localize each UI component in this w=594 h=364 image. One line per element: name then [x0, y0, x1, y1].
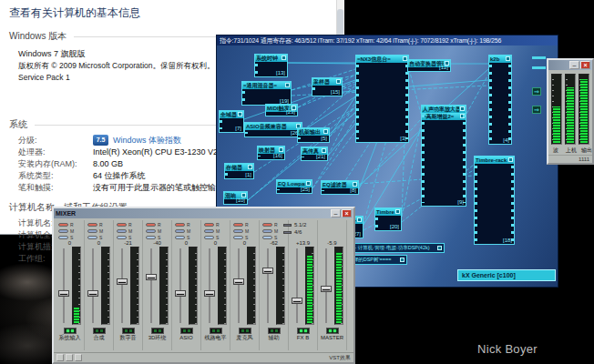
fader-handle[interactable] [175, 290, 186, 297]
close-icon[interactable]: × [342, 209, 352, 217]
dsp-node[interactable]: 系统时钟[13] [254, 54, 288, 77]
dsp-node[interactable]: 高传真[21] [301, 147, 328, 161]
record-button[interactable] [233, 223, 243, 227]
dsp-node[interactable]: Timbre[20] [374, 207, 402, 231]
dsp-node-titlebar[interactable]: k2b [489, 56, 511, 63]
dsp-node-minimize-icon[interactable] [248, 165, 252, 169]
dsp-node-minimize-icon[interactable] [506, 56, 510, 61]
dsp-node-titlebar[interactable]: Timbre [375, 208, 401, 216]
wei-link[interactable]: Windows 体验指数 [113, 135, 181, 147]
statusbar-button[interactable] [66, 354, 73, 361]
dsp-node[interactable]: 人声功率放大器=高斯增益2=[9] [421, 105, 466, 207]
fader-handle[interactable] [87, 290, 98, 297]
dsp-node-minimize-icon[interactable] [357, 217, 362, 222]
solo-button[interactable] [175, 236, 185, 239]
dsp-node[interactable]: MIDI触发器[23] [265, 104, 298, 116]
dsp-node-titlebar[interactable]: 存储器 [225, 164, 253, 171]
mute-button[interactable] [262, 229, 272, 233]
dsp-node-titlebar[interactable]: 全域器 [220, 111, 243, 118]
solo-button[interactable] [233, 236, 243, 239]
solo-button[interactable] [58, 236, 68, 239]
dsp-node-minimize-icon[interactable] [395, 209, 400, 214]
record-button[interactable] [204, 223, 214, 227]
mute-button[interactable] [233, 229, 243, 233]
fader-handle[interactable] [321, 286, 332, 292]
dsp-node-titlebar[interactable]: ASIO音频兼容器 [245, 123, 302, 130]
dsp-node[interactable]: Timbre-rack[18] [474, 156, 515, 245]
mute-button[interactable] [146, 229, 156, 233]
dsp-node-minimize-icon[interactable] [460, 106, 465, 111]
close-icon[interactable]: × [580, 61, 590, 69]
routing-arrow-icon[interactable]: ⇒ [532, 106, 541, 114]
mixer-titlebar[interactable]: MIXER – × [54, 208, 353, 218]
mute-button[interactable] [58, 229, 68, 233]
solo-button[interactable] [146, 236, 156, 239]
dsp-node-titlebar[interactable]: 采样器 [312, 78, 342, 86]
dsp-node-titlebar[interactable]: =NX3信息台= [356, 56, 408, 63]
dsp-node-titlebar[interactable]: Timbre-rack [475, 157, 514, 164]
dsp-node[interactable]: ASIO音频兼容器[26] [244, 122, 302, 137]
fader-track[interactable] [292, 247, 302, 325]
record-button[interactable] [175, 223, 185, 227]
fader-track[interactable] [87, 247, 98, 325]
dsp-node-minimize-icon[interactable] [285, 83, 290, 87]
dsp-node[interactable]: 采样器[15] [312, 77, 343, 96]
dsp-node-minimize-icon[interactable] [238, 112, 242, 116]
dsp-node-minimize-icon[interactable] [322, 148, 326, 153]
dsp-node-minimize-icon[interactable] [353, 182, 357, 187]
mute-button[interactable] [175, 229, 185, 233]
fader-track[interactable] [262, 247, 273, 325]
fader-track[interactable] [175, 247, 186, 325]
fader-handle[interactable] [292, 298, 302, 304]
statusbar-button[interactable] [75, 354, 82, 361]
dsp-node[interactable]: 存储器[1] [224, 163, 254, 179]
dsp-node-minimize-icon[interactable] [437, 246, 442, 250]
fader-track[interactable] [146, 247, 157, 325]
fader-handle[interactable] [117, 278, 128, 285]
minimized-module-icon[interactable] [532, 56, 546, 59]
record-button[interactable] [117, 223, 127, 227]
fader-track[interactable] [58, 247, 69, 325]
statusbar-button[interactable] [56, 354, 64, 361]
dsp-node[interactable]: 自动变换器管理[12] [407, 59, 451, 72]
fader-track[interactable] [233, 247, 244, 325]
dsp-node-minimize-icon[interactable] [306, 181, 311, 186]
fader-handle[interactable] [233, 278, 244, 285]
dsp-node-minimize-icon[interactable] [400, 258, 405, 262]
dsp-node[interactable]: EQ滤波器[8] [321, 180, 359, 195]
fader-track[interactable] [321, 247, 332, 325]
dsp-node-titlebar[interactable]: 系统时钟 [255, 55, 287, 62]
solo-button[interactable] [117, 236, 127, 239]
solo-button[interactable] [262, 236, 272, 239]
fader-track[interactable] [117, 247, 128, 325]
minimize-icon[interactable]: – [569, 61, 579, 69]
record-button[interactable] [58, 223, 68, 227]
fader-handle[interactable] [146, 274, 157, 280]
kx-generic-box[interactable]: kX Generic [c100] [457, 269, 556, 281]
dsp-node-minimize-icon[interactable] [323, 129, 328, 134]
dsp-node-minimize-icon[interactable] [282, 56, 286, 60]
dsp-node[interactable]: =NX3信息台=[3] [355, 55, 409, 143]
dsp-node[interactable]: 机架输出[5] [297, 127, 330, 143]
speaker-mode-option[interactable]: 5.1/2 [283, 221, 306, 228]
dsp-node[interactable]: k2b[4] [488, 55, 512, 145]
dsp-node-minimize-icon[interactable] [336, 79, 341, 84]
minimize-icon[interactable]: – [331, 209, 341, 217]
mute-button[interactable] [87, 229, 97, 233]
mute-button[interactable] [117, 229, 127, 233]
dsp-node[interactable]: EQ Lowpass[25] [276, 179, 312, 194]
dsp-node-titlebar[interactable]: 人声功率放大器 [422, 106, 466, 113]
dsp-node-titlebar[interactable]: 机架输出 [298, 128, 329, 136]
solo-button[interactable] [87, 236, 97, 239]
dsp-node-titlebar[interactable]: =通用混音器= [242, 82, 291, 89]
routing-arrow-icon[interactable]: ⇒ [532, 87, 541, 96]
fader-handle[interactable] [58, 290, 69, 297]
dsp-node[interactable]: 映射器[16] [257, 146, 285, 160]
dsp-titlebar[interactable]: 指令:731/1024 通用寄存器: 463/512 iTram: 37/192… [217, 35, 558, 46]
dsp-node-minimize-icon[interactable] [279, 147, 283, 152]
record-button[interactable] [146, 223, 156, 227]
minimized-module-icon[interactable] [532, 66, 546, 69]
record-button[interactable] [87, 223, 97, 227]
speaker-mode-option[interactable]: 4/6 [283, 228, 306, 236]
record-button[interactable] [262, 223, 272, 227]
